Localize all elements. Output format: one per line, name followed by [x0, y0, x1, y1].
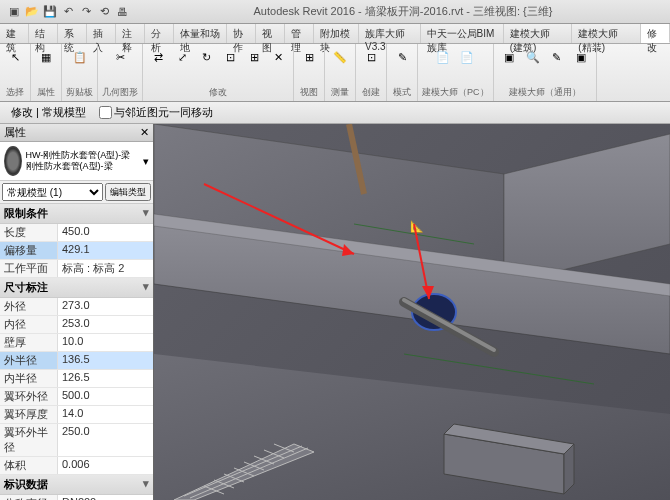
- ribbon-button[interactable]: ⇄: [147, 46, 169, 68]
- ribbon-button[interactable]: ✎: [546, 46, 568, 68]
- ribbon-tab[interactable]: 系统: [58, 24, 87, 43]
- type-selector[interactable]: HW-刚性防水套管(A型)-梁 刚性防水套管(A型)-梁 ▾: [0, 142, 153, 181]
- property-row[interactable]: 内半径126.5: [0, 370, 153, 388]
- redo-icon[interactable]: ↷: [78, 4, 94, 20]
- checkbox-icon[interactable]: [99, 106, 112, 119]
- ribbon-tab[interactable]: 建筑: [0, 24, 29, 43]
- property-row[interactable]: 公称直径DN200: [0, 495, 153, 500]
- ribbon-tab[interactable]: 修改: [641, 24, 670, 43]
- property-value[interactable]: 429.1: [58, 242, 153, 259]
- property-value[interactable]: 136.5: [58, 352, 153, 369]
- ribbon-tab[interactable]: 插入: [87, 24, 116, 43]
- ribbon-tab[interactable]: 建模大师 (精装): [572, 24, 641, 43]
- ribbon-button[interactable]: ▣: [498, 46, 520, 68]
- ribbon-button[interactable]: ⊡: [360, 46, 382, 68]
- property-value[interactable]: 273.0: [58, 298, 153, 315]
- ribbon-button[interactable]: 📋: [69, 46, 91, 68]
- window-title: Autodesk Revit 2016 - 墙梁板开洞-2016.rvt - 三…: [136, 4, 670, 19]
- property-row[interactable]: 长度450.0: [0, 224, 153, 242]
- print-icon[interactable]: 🖶: [114, 4, 130, 20]
- ribbon-panels: ↖选择▦属性📋剪贴板✂几何图形⇄⤢↻⊡⊞✕修改⊞视图📏测量⊡创建✎模式📄📄建模大…: [0, 44, 670, 102]
- revit-logo-icon: ▣: [6, 4, 22, 20]
- properties-header: 属性 ✕: [0, 124, 153, 142]
- ribbon-tabs: 建筑结构系统插入注释分析体量和场地协作视图管理附加模块族库大师V3.3中天一公局…: [0, 24, 670, 44]
- panel-label: 建模大师（PC）: [422, 86, 489, 99]
- property-section[interactable]: 限制条件: [0, 204, 153, 224]
- property-section[interactable]: 标识数据: [0, 475, 153, 495]
- property-key: 偏移量: [0, 242, 58, 259]
- close-icon[interactable]: ✕: [140, 126, 149, 139]
- sync-icon[interactable]: ⟲: [96, 4, 112, 20]
- property-value[interactable]: 126.5: [58, 370, 153, 387]
- ribbon-button[interactable]: ⊡: [219, 46, 241, 68]
- property-row[interactable]: 外半径136.5: [0, 352, 153, 370]
- ribbon-button[interactable]: ⊞: [243, 46, 265, 68]
- undo-icon[interactable]: ↶: [60, 4, 76, 20]
- ribbon-panel: ↖选择: [0, 44, 31, 101]
- property-row[interactable]: 翼环外径500.0: [0, 388, 153, 406]
- ribbon-button[interactable]: 📄: [456, 46, 478, 68]
- property-row[interactable]: 翼环外半径250.0: [0, 424, 153, 457]
- ribbon-tab[interactable]: 视图: [256, 24, 285, 43]
- ribbon-tab[interactable]: 管理: [285, 24, 314, 43]
- property-row[interactable]: 工作平面标高 : 标高 2: [0, 260, 153, 278]
- move-with-nearby-checkbox[interactable]: 与邻近图元一同移动: [99, 105, 213, 120]
- ribbon-tab[interactable]: 分析: [145, 24, 174, 43]
- quick-launch: ▣ 📂 💾 ↶ ↷ ⟲ 🖶: [0, 2, 136, 22]
- property-value[interactable]: 标高 : 标高 2: [58, 260, 153, 277]
- ribbon-tab[interactable]: 注释: [116, 24, 145, 43]
- viewport-3d[interactable]: 📐: [154, 124, 670, 500]
- property-value[interactable]: 0.006: [58, 457, 153, 474]
- property-row[interactable]: 壁厚10.0: [0, 334, 153, 352]
- ribbon-button[interactable]: 📏: [329, 46, 351, 68]
- options-context: 修改 | 常规模型: [4, 102, 93, 123]
- chevron-down-icon[interactable]: ▾: [143, 155, 149, 168]
- ribbon-tab[interactable]: 体量和场地: [174, 24, 227, 43]
- ribbon-button[interactable]: ✎: [391, 46, 413, 68]
- property-row[interactable]: 偏移量429.1: [0, 242, 153, 260]
- property-value[interactable]: 10.0: [58, 334, 153, 351]
- property-key: 壁厚: [0, 334, 58, 351]
- ribbon-tab[interactable]: 建模大师 (建筑): [504, 24, 573, 43]
- property-row[interactable]: 体积0.006: [0, 457, 153, 475]
- save-icon[interactable]: 💾: [42, 4, 58, 20]
- panel-label: 属性: [37, 86, 55, 99]
- ribbon-tab[interactable]: 协作: [227, 24, 256, 43]
- ribbon-tab[interactable]: 附加模块: [314, 24, 359, 43]
- property-value[interactable]: 500.0: [58, 388, 153, 405]
- ribbon-button[interactable]: ▦: [35, 46, 57, 68]
- category-filter[interactable]: 常规模型 (1): [2, 183, 103, 201]
- edit-type-button[interactable]: 编辑类型: [105, 183, 151, 201]
- ribbon-tab[interactable]: 中天一公局BIM族库: [421, 24, 504, 43]
- ribbon-button[interactable]: ▣: [570, 46, 592, 68]
- ribbon-button[interactable]: ✕: [267, 46, 289, 68]
- ribbon-button[interactable]: ✂: [109, 46, 131, 68]
- ribbon-button[interactable]: ⊞: [298, 46, 320, 68]
- property-value[interactable]: 253.0: [58, 316, 153, 333]
- property-key: 外半径: [0, 352, 58, 369]
- ribbon-panel: ⊞视图: [294, 44, 325, 101]
- ribbon-tab[interactable]: 结构: [29, 24, 58, 43]
- panel-label: 创建: [362, 86, 380, 99]
- property-row[interactable]: 内径253.0: [0, 316, 153, 334]
- property-value[interactable]: 250.0: [58, 424, 153, 456]
- property-row[interactable]: 外径273.0: [0, 298, 153, 316]
- ribbon-button[interactable]: ↖: [4, 46, 26, 68]
- property-value[interactable]: 450.0: [58, 224, 153, 241]
- ribbon-tab[interactable]: 族库大师V3.3: [359, 24, 420, 43]
- property-value[interactable]: DN200: [58, 495, 153, 500]
- panel-label: 视图: [300, 86, 318, 99]
- open-icon[interactable]: 📂: [24, 4, 40, 20]
- property-key: 公称直径: [0, 495, 58, 500]
- property-value[interactable]: 14.0: [58, 406, 153, 423]
- ribbon-button[interactable]: 🔍: [522, 46, 544, 68]
- ribbon-button[interactable]: ↻: [195, 46, 217, 68]
- ribbon-button[interactable]: ⤢: [171, 46, 193, 68]
- property-section[interactable]: 尺寸标注: [0, 278, 153, 298]
- panel-label: 几何图形: [102, 86, 138, 99]
- ribbon-panel: ▦属性: [31, 44, 62, 101]
- property-row[interactable]: 翼环厚度14.0: [0, 406, 153, 424]
- ribbon-button[interactable]: 📄: [432, 46, 454, 68]
- svg-marker-1: [504, 134, 670, 284]
- properties-filter: 常规模型 (1) 编辑类型: [0, 181, 153, 204]
